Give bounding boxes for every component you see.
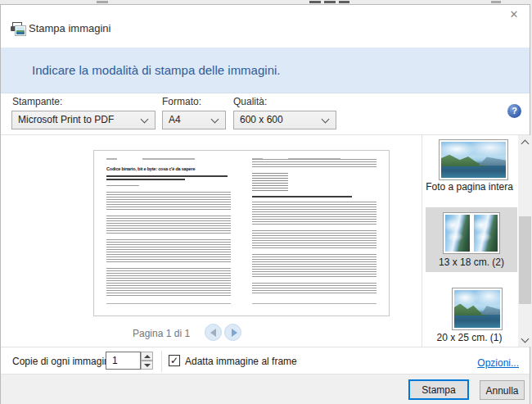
- layout-option-label: 20 x 25 cm. (1): [422, 332, 517, 343]
- chevron-down-icon: [322, 116, 330, 124]
- quality-select-value: 600 x 600: [240, 114, 283, 125]
- code-line-block: [252, 173, 288, 192]
- copies-input[interactable]: 1: [106, 352, 141, 370]
- preview-left-page: Codice binario, bit e byte: cosa c'è da …: [106, 157, 231, 310]
- format-label: Formato:: [162, 96, 201, 107]
- background-window-fragment: [309, 1, 321, 3]
- background-window-fragment: [324, 1, 336, 3]
- help-icon[interactable]: ?: [507, 104, 521, 118]
- divider: [1, 134, 530, 135]
- options-link[interactable]: Opzioni...: [477, 357, 519, 369]
- dialog-title: Stampa immagini: [29, 22, 110, 34]
- text-line-block: [106, 185, 139, 188]
- landscape-photo-thumbnail: [441, 142, 506, 178]
- text-line-block: [106, 216, 231, 234]
- next-page-button[interactable]: [224, 324, 241, 341]
- layout-option-label: 13 x 18 cm. (2): [426, 256, 517, 268]
- text-line-block: [252, 202, 376, 225]
- preview-right-page: [252, 157, 376, 310]
- instruction-text: Indicare la modalità di stampa delle imm…: [32, 63, 280, 77]
- printer-select-value: Microsoft Print to PDF: [18, 114, 114, 125]
- print-pictures-icon: [11, 22, 25, 35]
- scroll-down-icon[interactable]: [518, 333, 532, 347]
- text-line-block: [252, 159, 376, 168]
- footer-bar: Stampa Annulla: [1, 374, 530, 404]
- scrollbar-thumb[interactable]: [519, 216, 531, 304]
- text-line-block: [106, 192, 231, 211]
- scroll-up-icon[interactable]: [518, 135, 532, 149]
- layout-option-label: Foto a pagina intera: [422, 181, 517, 193]
- background-window-fragment: [97, 1, 108, 3]
- chevron-down-icon: [141, 116, 149, 124]
- layout-option-13x18-selected[interactable]: 13 x 18 cm. (2): [426, 207, 517, 272]
- divider: [422, 135, 422, 347]
- quality-label: Qualità:: [233, 96, 267, 107]
- sidebar-scrollbar[interactable]: [518, 135, 532, 347]
- portrait-photo-thumbnail: [474, 215, 498, 252]
- divider: [1, 347, 530, 347]
- text-line-block: [252, 230, 376, 249]
- divider: [161, 351, 162, 372]
- quality-select[interactable]: 600 x 600: [233, 111, 336, 129]
- format-select[interactable]: A4: [162, 111, 226, 129]
- background-window-fragment: [491, 1, 501, 3]
- stepper-up-button[interactable]: [141, 352, 153, 361]
- text-line-block: [106, 239, 231, 263]
- fit-to-frame-checkbox[interactable]: ✓: [169, 355, 180, 366]
- document-title: Codice binario, bit e byte: cosa c'è da …: [106, 166, 231, 171]
- printer-select[interactable]: Microsoft Print to PDF: [11, 111, 156, 129]
- print-button[interactable]: Stampa: [408, 379, 469, 400]
- page-indicator: Pagina 1 di 1: [133, 328, 190, 339]
- screen: Stampa immagini ✕ Indicare la modalità d…: [0, 0, 532, 404]
- copies-stepper: [141, 352, 153, 370]
- portrait-photo-thumbnail: [445, 215, 470, 252]
- text-line-block: [106, 268, 231, 297]
- cancel-button[interactable]: Annulla: [480, 380, 525, 400]
- printer-label: Stampante:: [12, 96, 62, 107]
- stepper-down-button[interactable]: [141, 361, 153, 370]
- copies-label: Copie di ogni immagine:: [12, 356, 118, 367]
- previous-page-button[interactable]: [205, 324, 222, 341]
- fit-to-frame-label: Adatta immagine al frame: [185, 356, 297, 367]
- landscape-photo-thumbnail: [454, 290, 500, 328]
- arrow-right-icon: [232, 329, 237, 337]
- close-icon[interactable]: ✕: [503, 6, 525, 24]
- print-preview-page: Codice binario, bit e byte: cosa c'è da …: [93, 150, 390, 316]
- arrow-left-icon: [210, 329, 216, 337]
- chevron-down-icon: [211, 116, 219, 124]
- format-select-value: A4: [169, 114, 181, 125]
- background-window-fragment: [339, 1, 349, 3]
- print-pictures-dialog: Stampa immagini ✕ Indicare la modalità d…: [0, 4, 530, 404]
- text-line-block: [252, 254, 376, 278]
- text-line-block: [252, 283, 376, 294]
- instruction-banner: Indicare la modalità di stampa delle imm…: [1, 48, 530, 93]
